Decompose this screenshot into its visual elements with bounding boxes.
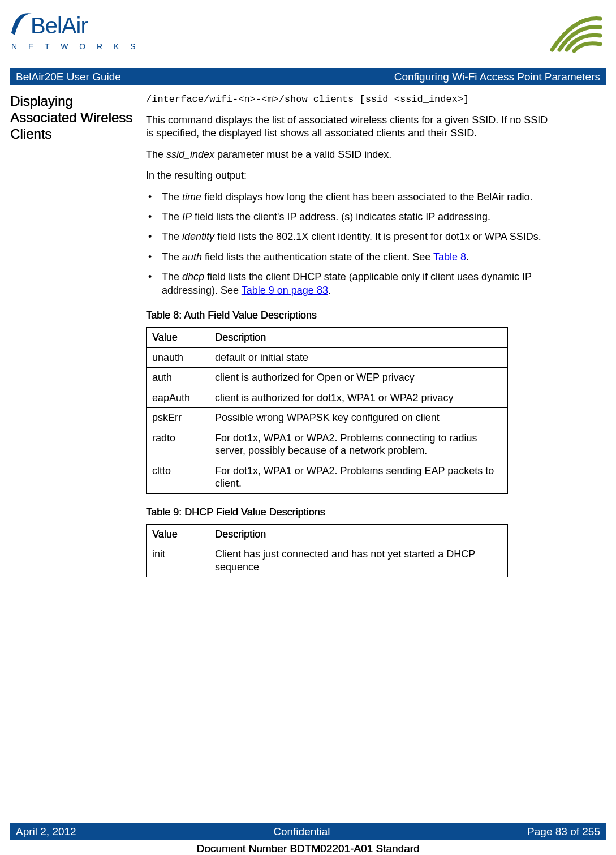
table-9-caption: Table 9: DHCP Field Value Descriptions [146, 506, 553, 518]
logo-sub-text: N E T W O R K S [11, 42, 140, 51]
section-body: /interface/wifi-<n>-<m>/show clients [ss… [146, 93, 553, 577]
bullet-identity: The identity field lists the 802.1X clie… [146, 230, 553, 243]
table-row: initClient has just connected and has no… [147, 544, 508, 577]
table-8-caption: Table 8: Auth Field Value Descriptions [146, 310, 553, 321]
logo-swoosh-icon [10, 10, 33, 41]
bullet-time: The time field displays how long the cli… [146, 191, 553, 204]
table-header-description: Description [209, 328, 508, 348]
document-number: Document Number BDTM02201-A01 Standard [10, 840, 606, 855]
output-bullets: The time field displays how long the cli… [146, 191, 553, 297]
footer-confidential: Confidential [273, 826, 330, 838]
footer-page: Page 83 of 255 [527, 826, 600, 838]
para-output-intro: In the resulting output: [146, 169, 553, 182]
page-footer: April 2, 2012 Confidential Page 83 of 25… [10, 823, 606, 855]
brand-logo: BelAir N E T W O R K S [10, 10, 140, 51]
table-row: radtoFor dot1x, WPA1 or WPA2. Problems c… [147, 428, 508, 461]
table-row: pskErrPossible wrong WPAPSK key configur… [147, 408, 508, 428]
table-row: eapAuthclient is authorized for dot1x, W… [147, 388, 508, 408]
title-bar-left: BelAir20E User Guide [16, 71, 121, 83]
logo-main-text: BelAir [31, 13, 88, 38]
table-row: Value Description [147, 328, 508, 348]
footer-date: April 2, 2012 [16, 826, 76, 838]
logo-signal-icon [544, 10, 606, 58]
table-row: Value Description [147, 524, 508, 544]
logo-row: BelAir N E T W O R K S [10, 10, 606, 58]
para-intro: This command displays the list of associ… [146, 114, 553, 140]
table-row: unauthdefault or initial state [147, 347, 508, 368]
bullet-dhcp: The dhcp field lists the client DHCP sta… [146, 270, 553, 297]
table-header-description: Description [209, 524, 508, 544]
table-header-value: Value [147, 328, 209, 348]
table-row: clttoFor dot1x, WPA1 or WPA2. Problems s… [147, 461, 508, 493]
para-ssid-index: The ssid_index parameter must be a valid… [146, 148, 553, 161]
title-bar: BelAir20E User Guide Configuring Wi-Fi A… [10, 68, 606, 85]
title-bar-right: Configuring Wi-Fi Access Point Parameter… [394, 71, 600, 83]
table-header-value: Value [147, 524, 209, 544]
bullet-ip: The IP field lists the client's IP addre… [146, 210, 553, 224]
table-row: authclient is authorized for Open or WEP… [147, 368, 508, 388]
bullet-auth: The auth field lists the authentication … [146, 251, 553, 264]
command-syntax: /interface/wifi-<n>-<m>/show clients [ss… [146, 93, 553, 106]
link-table-8[interactable]: Table 8 [433, 251, 466, 263]
section-heading: Displaying Associated Wireless Clients [10, 93, 135, 577]
link-table-9[interactable]: Table 9 on page 83 [242, 285, 328, 296]
table-8: Value Description unauthdefault or initi… [146, 327, 508, 494]
table-9: Value Description initClient has just co… [146, 524, 508, 578]
